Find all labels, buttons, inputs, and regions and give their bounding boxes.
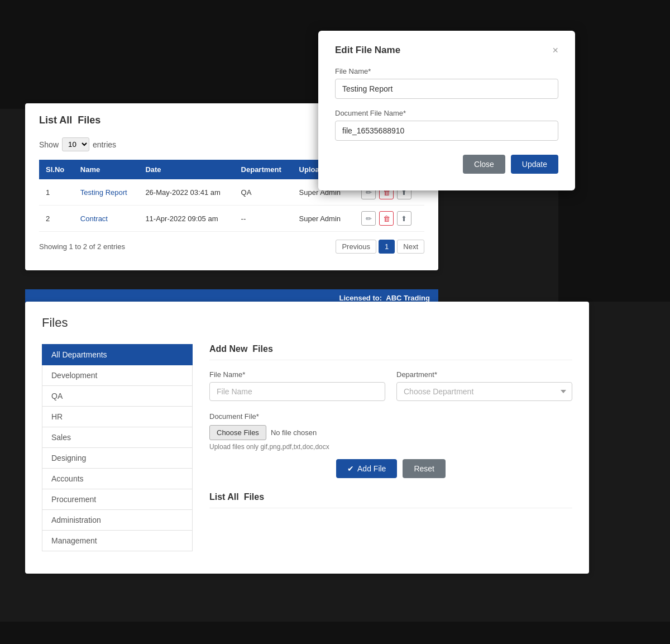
sidebar-item-sales[interactable]: Sales: [42, 427, 193, 448]
cell-date: 26-May-2022 03:41 am: [138, 179, 234, 206]
cell-date: 11-Apr-2022 09:05 am: [138, 206, 234, 232]
front-panel: Files All DepartmentsDevelopmentQAHRSale…: [25, 302, 589, 574]
modal-doc-file-name-label: Document File Name*: [335, 109, 558, 117]
modal-footer: Close Update: [335, 155, 558, 174]
cell-dept: --: [234, 206, 293, 232]
doc-file-label: Document File*: [209, 412, 572, 421]
file-hint: Upload files only gif,png,pdf,txt,doc,do…: [209, 443, 572, 451]
form-row-1: File Name* Department* Choose Department…: [209, 370, 572, 401]
sidebar-item-development[interactable]: Development: [42, 365, 193, 386]
modal-file-name-input[interactable]: [335, 79, 558, 99]
modal-update-button[interactable]: Update: [511, 155, 558, 174]
sidebar-item-administration[interactable]: Administration: [42, 510, 193, 531]
modal-doc-file-name-input[interactable]: [335, 121, 558, 141]
reset-button[interactable]: Reset: [403, 459, 446, 478]
modal-close-icon[interactable]: ×: [552, 45, 558, 55]
department-sidebar: All DepartmentsDevelopmentQAHRSalesDesig…: [42, 344, 193, 551]
choose-files-button[interactable]: Choose Files: [209, 425, 266, 440]
edit-file-modal: Edit File Name × File Name* Document Fil…: [318, 31, 575, 190]
col-name: Name: [74, 160, 139, 179]
file-name-group: File Name*: [209, 370, 385, 401]
modal-title: Edit File Name: [335, 45, 400, 56]
cell-sl: 2: [39, 206, 74, 232]
cell-name: Contract: [74, 206, 139, 232]
sidebar-item-accounts[interactable]: Accounts: [42, 469, 193, 489]
list-all-heading: List All Files: [209, 492, 572, 508]
page-1-button[interactable]: 1: [379, 240, 395, 254]
next-button[interactable]: Next: [397, 240, 424, 254]
modal-header: Edit File Name ×: [335, 45, 558, 56]
col-date: Date: [138, 160, 234, 179]
cell-sl: 1: [39, 179, 74, 206]
sidebar-item-all-departments[interactable]: All Departments: [42, 344, 193, 365]
modal-file-name-label: File Name*: [335, 67, 558, 75]
two-col-layout: All DepartmentsDevelopmentQAHRSalesDesig…: [42, 344, 572, 551]
sidebar-item-procurement[interactable]: Procurement: [42, 489, 193, 510]
modal-doc-file-name-field: Document File Name*: [335, 109, 558, 141]
form-buttons: ✔ Add File Reset: [209, 459, 572, 478]
cell-name: Testing Report: [74, 179, 139, 206]
checkmark-icon: ✔: [347, 464, 354, 473]
modal-close-button[interactable]: Close: [463, 155, 505, 174]
file-name-label: File Name*: [209, 370, 385, 379]
doc-file-row: Document File* Choose Files No file chos…: [209, 412, 572, 451]
dept-group: Department* Choose Department Developmen…: [396, 370, 572, 401]
page-title: Files: [42, 316, 572, 330]
cell-dept: QA: [234, 179, 293, 206]
add-file-button[interactable]: ✔ Add File: [336, 459, 397, 478]
modal-file-name-field: File Name*: [335, 67, 558, 99]
file-input-row: Choose Files No file chosen: [209, 425, 572, 440]
sidebar-item-designing[interactable]: Designing: [42, 448, 193, 469]
file-name-input[interactable]: [209, 382, 385, 401]
entries-select[interactable]: 10 25 50: [62, 137, 89, 151]
sidebar-item-management[interactable]: Management: [42, 531, 193, 551]
pagination-row: Showing 1 to 2 of 2 entries Previous 1 N…: [39, 240, 424, 254]
add-files-heading: Add New Files: [209, 344, 572, 360]
col-slno: Sl.No: [39, 160, 74, 179]
showing-text: Showing 1 to 2 of 2 entries: [39, 242, 125, 251]
sidebar-item-hr[interactable]: HR: [42, 407, 193, 427]
col-dept: Department: [234, 160, 293, 179]
modal-overlay: Edit File Name × File Name* Document Fil…: [302, 0, 575, 223]
main-content: Add New Files File Name* Department* Cho…: [193, 344, 572, 551]
pagination-buttons: Previous 1 Next: [336, 240, 424, 254]
prev-button[interactable]: Previous: [336, 240, 376, 254]
no-file-text: No file chosen: [271, 428, 317, 437]
dept-label: Department*: [396, 370, 572, 379]
sidebar-item-qa[interactable]: QA: [42, 386, 193, 407]
dept-select[interactable]: Choose Department Development QA HR Sale…: [396, 382, 572, 401]
show-entries: Show 10 25 50 entries: [39, 137, 116, 151]
